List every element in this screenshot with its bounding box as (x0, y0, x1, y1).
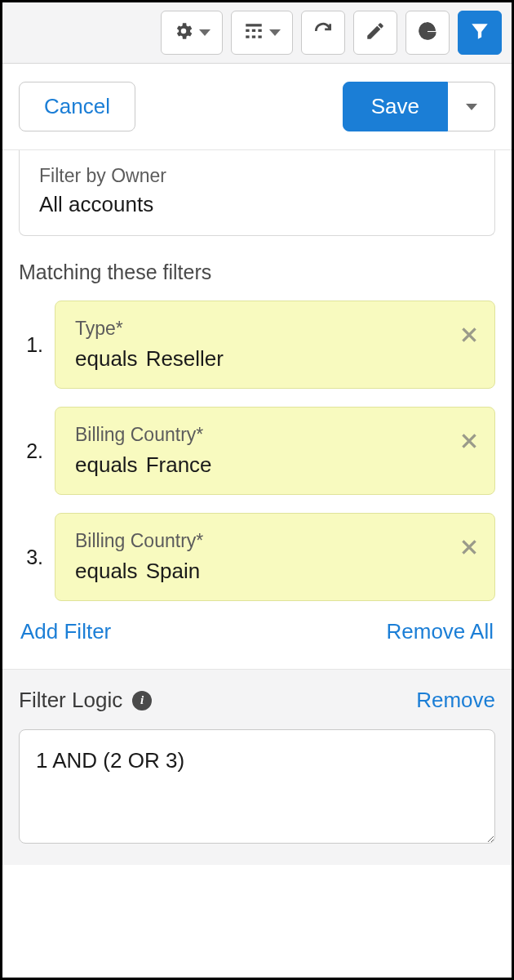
add-filter-link[interactable]: Add Filter (20, 619, 111, 644)
filter-card[interactable]: Billing Country* equalsFrance (55, 407, 495, 495)
filter-panel: Filter by Owner All accounts Matching th… (2, 150, 512, 881)
filter-number: 1. (19, 333, 43, 357)
remove-logic-link[interactable]: Remove (416, 688, 495, 713)
pencil-icon (365, 20, 386, 45)
remove-filter-button[interactable] (459, 324, 480, 349)
filter-card[interactable]: Type* equalsReseller (55, 301, 495, 389)
filter-button[interactable] (458, 11, 502, 55)
filter-row: 1. Type* equalsReseller (19, 301, 495, 389)
filter-actions: Add Filter Remove All (19, 619, 495, 644)
save-button[interactable]: Save (343, 82, 448, 131)
filter-logic-input[interactable] (19, 729, 495, 844)
filter-number: 3. (19, 546, 43, 569)
close-icon (459, 546, 480, 560)
cancel-button[interactable]: Cancel (19, 82, 135, 131)
filter-by-owner-box[interactable]: Filter by Owner All accounts (19, 150, 495, 236)
refresh-icon (312, 20, 334, 45)
filter-condition: equalsReseller (75, 346, 475, 372)
info-icon[interactable]: i (132, 691, 152, 710)
toolbar (2, 2, 512, 64)
table-view-button[interactable] (231, 11, 293, 55)
filter-number: 2. (19, 439, 43, 463)
action-bar: Cancel Save (2, 64, 512, 150)
filter-row: 2. Billing Country* equalsFrance (19, 407, 495, 495)
gear-icon (173, 20, 194, 45)
table-icon (243, 20, 264, 45)
chevron-down-icon (269, 29, 281, 36)
filter-field-label: Billing Country* (75, 424, 475, 446)
chevron-down-icon (466, 104, 477, 110)
refresh-button[interactable] (301, 11, 345, 55)
funnel-icon (469, 20, 490, 45)
filter-field-label: Type* (75, 318, 475, 340)
settings-button[interactable] (161, 11, 223, 55)
save-button-group: Save (343, 82, 495, 131)
remove-filter-button[interactable] (459, 430, 480, 455)
close-icon (459, 334, 480, 348)
save-dropdown-button[interactable] (448, 82, 495, 131)
chevron-down-icon (199, 29, 210, 36)
filter-logic-title: Filter Logic i (19, 688, 152, 713)
filter-row: 3. Billing Country* equalsSpain (19, 513, 495, 601)
edit-button[interactable] (353, 11, 397, 55)
filter-condition: equalsFrance (75, 452, 475, 478)
filter-logic-section: Filter Logic i Remove (2, 669, 512, 865)
chart-button[interactable] (405, 11, 450, 55)
matching-filters-heading: Matching these filters (19, 261, 495, 284)
remove-all-link[interactable]: Remove All (387, 619, 494, 644)
remove-filter-button[interactable] (459, 537, 480, 561)
owner-label: Filter by Owner (39, 165, 475, 187)
pie-chart-icon (417, 20, 438, 45)
close-icon (459, 440, 480, 454)
filter-logic-header: Filter Logic i Remove (19, 688, 495, 713)
filter-field-label: Billing Country* (75, 530, 475, 552)
filter-condition: equalsSpain (75, 559, 475, 584)
owner-value: All accounts (39, 192, 475, 217)
filter-card[interactable]: Billing Country* equalsSpain (55, 513, 495, 601)
